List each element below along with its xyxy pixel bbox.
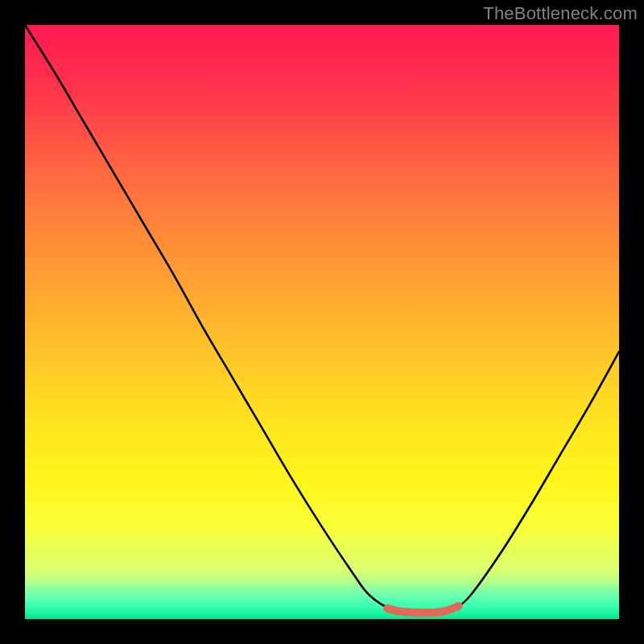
bottleneck-curve xyxy=(25,25,619,613)
chart-frame: TheBottleneck.com xyxy=(0,0,644,644)
plot-area xyxy=(25,25,619,619)
watermark-text: TheBottleneck.com xyxy=(483,3,638,24)
curve-svg xyxy=(25,25,619,619)
curve-layer xyxy=(25,25,619,619)
flat-bottom-marker xyxy=(387,606,459,613)
